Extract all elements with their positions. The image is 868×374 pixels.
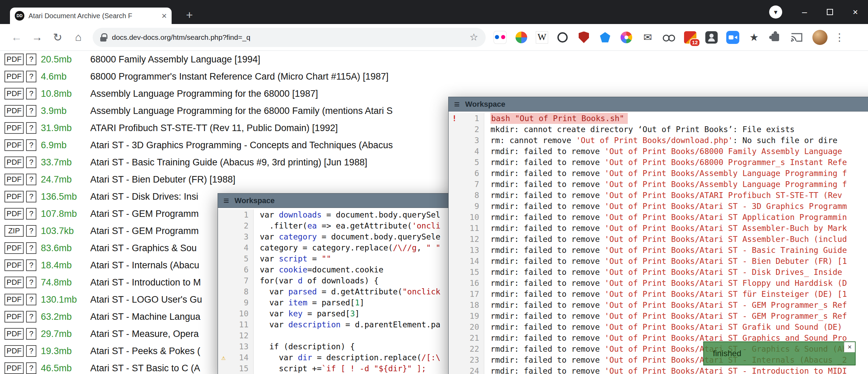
code-text[interactable]: var item = parsed[1] xyxy=(254,297,458,308)
code-text[interactable]: script +=`if [ ! -d "${dir}" ]; xyxy=(254,363,458,374)
file-type-badge[interactable]: PDF xyxy=(4,105,24,117)
profile-avatar[interactable] xyxy=(812,30,828,45)
file-title[interactable]: Atari ST - Bien Debuter (FR) [1988] xyxy=(90,174,235,185)
file-info-badge[interactable]: ? xyxy=(26,294,36,305)
file-title[interactable]: Atari ST - GEM Programm xyxy=(90,209,199,219)
code-text[interactable]: var downloads = document.body.querySel xyxy=(254,209,458,220)
file-type-badge[interactable]: PDF xyxy=(4,242,24,254)
tab-close-icon[interactable]: × xyxy=(162,11,167,21)
file-type-badge[interactable]: PDF xyxy=(4,277,24,288)
mail-badge-icon[interactable]: 12 xyxy=(683,31,697,44)
file-info-badge[interactable]: ? xyxy=(26,88,36,100)
forward-button[interactable]: → xyxy=(27,31,47,44)
glasses-icon[interactable] xyxy=(662,31,676,44)
file-type-badge[interactable]: ZIP xyxy=(4,225,24,237)
workspace-titlebar[interactable]: ≡ Workspace xyxy=(218,194,458,208)
file-type-badge[interactable]: PDF xyxy=(4,88,24,100)
code-text[interactable]: for(var d of downloads) { xyxy=(254,275,458,286)
file-info-badge[interactable]: ? xyxy=(26,156,36,168)
file-type-badge[interactable]: PDF xyxy=(4,294,24,305)
code-text[interactable]: var category = document.body.querySele xyxy=(254,231,458,242)
new-tab-button[interactable]: + xyxy=(183,8,196,22)
file-info-badge[interactable]: ? xyxy=(26,105,36,117)
code-text[interactable]: if (description) { xyxy=(254,341,458,352)
hamburger-menu-icon[interactable]: ≡ xyxy=(454,99,460,110)
home-button[interactable]: ⌂ xyxy=(68,31,89,44)
extensions-puzzle-icon[interactable] xyxy=(768,31,782,44)
file-title[interactable]: ATARI Profibuch ST-STE-TT (Rev 11, Publi… xyxy=(90,123,338,133)
blue-gem-icon[interactable] xyxy=(598,31,612,44)
hamburger-menu-icon[interactable]: ≡ xyxy=(223,195,229,206)
file-info-badge[interactable]: ? xyxy=(26,362,36,374)
bookmark-star-icon[interactable]: ☆ xyxy=(470,32,478,43)
file-type-badge[interactable]: PDF xyxy=(4,311,24,323)
code-editor[interactable]: 1var downloads = document.body.querySel2… xyxy=(218,208,458,374)
file-title[interactable]: Atari ST - LOGO User's Gu xyxy=(90,294,202,305)
file-title[interactable]: Atari ST - Disk Drives: Insi xyxy=(90,191,198,202)
color-pinwheel-icon[interactable] xyxy=(514,31,528,44)
file-title[interactable]: Atari ST - Internals (Abacu xyxy=(90,260,199,271)
flickr-icon[interactable] xyxy=(493,31,507,44)
file-type-badge[interactable]: PDF xyxy=(4,156,24,168)
file-title[interactable]: Atari ST - Machine Langua xyxy=(90,312,200,322)
code-text[interactable]: category = category.replace(/\//g, " " xyxy=(254,242,458,253)
file-title[interactable]: 68000 Programmer's Instant Reference Car… xyxy=(90,71,389,82)
file-info-badge[interactable]: ? xyxy=(26,311,36,323)
file-type-badge[interactable]: PDF xyxy=(4,191,24,202)
code-text[interactable]: var cookie=document.cookie xyxy=(254,264,458,275)
address-bar[interactable]: docs.dev-docs.org/htm/search.php?find=_q… xyxy=(93,28,486,47)
maximize-button[interactable] xyxy=(817,0,843,24)
close-button[interactable]: × xyxy=(843,0,868,24)
chevron-down-icon[interactable]: ▾ xyxy=(769,5,782,19)
file-type-badge[interactable]: PDF xyxy=(4,362,24,374)
file-title[interactable]: Assembly Language Programming for the 68… xyxy=(90,106,393,116)
file-info-badge[interactable]: ? xyxy=(26,54,36,65)
reload-button[interactable]: ↻ xyxy=(47,31,68,44)
browser-tab[interactable]: DD Atari Document Archive (Search F × xyxy=(10,8,172,24)
file-type-badge[interactable]: PDF xyxy=(4,328,24,340)
file-info-badge[interactable]: ? xyxy=(26,71,36,82)
code-text[interactable]: var dir = description.replace(/[:\ xyxy=(254,352,458,363)
code-text[interactable]: .filter(ea => ea.getAttribute('oncli xyxy=(254,220,458,231)
file-info-badge[interactable]: ? xyxy=(26,225,36,237)
file-type-badge[interactable]: PDF xyxy=(4,71,24,82)
file-title[interactable]: Atari ST - Peeks & Pokes ( xyxy=(90,346,200,357)
envelope-icon[interactable]: ✉ xyxy=(641,31,655,44)
file-type-badge[interactable]: PDF xyxy=(4,208,24,220)
code-text[interactable]: var key = parsed[3] xyxy=(254,308,458,319)
file-type-badge[interactable]: PDF xyxy=(4,174,24,185)
file-title[interactable]: 68000 Family Assembly Language [1994] xyxy=(90,54,260,65)
file-info-badge[interactable]: ? xyxy=(26,277,36,288)
ublock-shield-icon[interactable] xyxy=(577,31,591,44)
browser-menu-button[interactable]: ⋮ xyxy=(834,31,845,43)
file-info-badge[interactable]: ? xyxy=(26,259,36,271)
file-info-badge[interactable]: ? xyxy=(26,208,36,220)
code-text[interactable]: var script = "" xyxy=(254,253,458,264)
wikipedia-icon[interactable]: W xyxy=(536,31,548,44)
back-button[interactable]: ← xyxy=(6,31,27,44)
file-info-badge[interactable]: ? xyxy=(26,139,36,151)
lock-icon[interactable] xyxy=(100,33,106,42)
file-info-badge[interactable]: ? xyxy=(26,191,36,202)
file-info-badge[interactable]: ? xyxy=(26,174,36,185)
dark-ring-icon[interactable] xyxy=(556,31,569,44)
file-title[interactable]: Atari ST - Graphics & Sou xyxy=(90,243,197,254)
cast-icon[interactable] xyxy=(790,31,803,44)
file-info-badge[interactable]: ? xyxy=(26,345,36,357)
file-title[interactable]: Atari ST - Basic Training Guide (Abacus … xyxy=(90,157,367,168)
toast-close-button[interactable]: × xyxy=(844,342,855,352)
file-type-badge[interactable]: PDF xyxy=(4,122,24,134)
code-text[interactable] xyxy=(254,330,458,341)
file-title[interactable]: Atari ST - 3D Graphics Programming - Con… xyxy=(90,140,393,151)
file-row[interactable]: PDF?4.6mb68000 Programmer's Instant Refe… xyxy=(0,68,868,85)
file-info-badge[interactable]: ? xyxy=(26,328,36,340)
file-info-badge[interactable]: ? xyxy=(26,122,36,134)
file-title[interactable]: Atari ST - GEM Programm xyxy=(90,226,199,236)
file-info-badge[interactable]: ? xyxy=(26,242,36,254)
file-type-badge[interactable]: PDF xyxy=(4,54,24,65)
minimize-button[interactable]: – xyxy=(792,0,817,24)
file-type-badge[interactable]: PDF xyxy=(4,345,24,357)
portrait-icon[interactable] xyxy=(705,31,718,44)
video-camera-icon[interactable] xyxy=(726,31,740,44)
code-text[interactable]: var description = d.parentElement.pa xyxy=(254,319,458,330)
